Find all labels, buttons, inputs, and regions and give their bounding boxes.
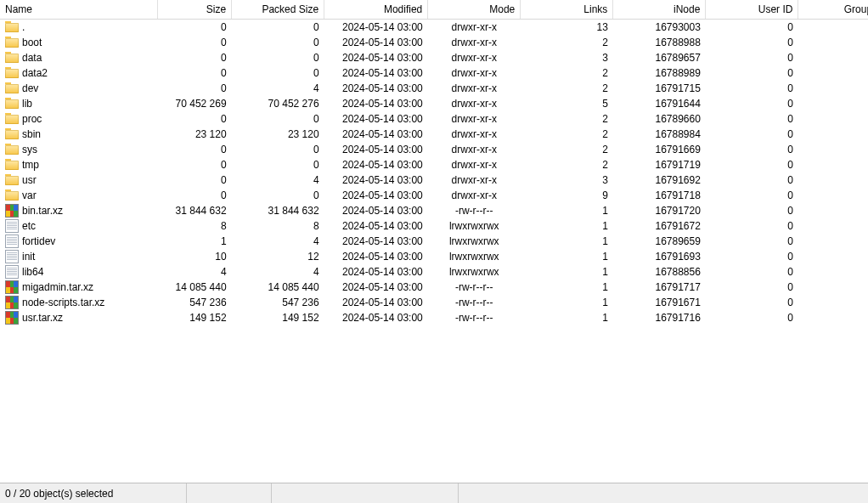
cell-mode: drwxr-xr-x	[428, 81, 521, 96]
table-row[interactable]: var002024-05-14 03:00drwxr-xr-x916791718…	[0, 188, 868, 203]
col-header-packed[interactable]: Packed Size	[232, 0, 324, 19]
table-row[interactable]: data002024-05-14 03:00drwxr-xr-x31678965…	[0, 50, 868, 65]
table-row[interactable]: sys002024-05-14 03:00drwxr-xr-x216791669…	[0, 142, 868, 157]
table-row[interactable]: usr.tar.xz149 152149 1522024-05-14 03:00…	[0, 310, 868, 325]
file-name: migadmin.tar.xz	[22, 281, 93, 293]
cell-size: 0	[157, 35, 231, 50]
col-header-uid[interactable]: User ID	[706, 0, 798, 19]
cell-mode: drwxr-xr-x	[428, 19, 521, 35]
cell-gid: 0	[798, 280, 868, 295]
status-cell-3	[272, 483, 459, 503]
cell-mod: 2024-05-14 03:00	[324, 96, 428, 111]
table-row[interactable]: bin.tar.xz31 844 63231 844 6322024-05-14…	[0, 203, 868, 218]
col-header-modified[interactable]: Modified	[324, 0, 428, 19]
cell-packed: 4	[232, 264, 324, 280]
cell-uid: 0	[706, 295, 798, 310]
folder-icon	[5, 36, 19, 49]
cell-packed: 0	[232, 65, 324, 81]
cell-inode: 16788988	[613, 35, 706, 50]
cell-packed: 547 236	[232, 295, 324, 310]
cell-size: 0	[157, 142, 231, 157]
cell-gid: 0	[798, 111, 868, 127]
file-name: var	[22, 189, 37, 201]
cell-size: 1	[157, 234, 231, 249]
table-row[interactable]: sbin23 12023 1202024-05-14 03:00drwxr-xr…	[0, 127, 868, 142]
col-header-mode[interactable]: Mode	[428, 0, 521, 19]
cell-links: 5	[521, 96, 613, 111]
cell-gid: 0	[798, 96, 868, 111]
table-row[interactable]: .002024-05-14 03:00drwxr-xr-x13167930030…	[0, 19, 868, 35]
cell-packed: 8	[232, 218, 324, 234]
cell-inode: 16788856	[613, 264, 706, 280]
cell-uid: 0	[706, 142, 798, 157]
table-row[interactable]: etc882024-05-14 03:00lrwxrwxrwx116791672…	[0, 218, 868, 234]
cell-links: 2	[521, 81, 613, 96]
cell-mod: 2024-05-14 03:00	[324, 188, 428, 203]
cell-mod: 2024-05-14 03:00	[324, 142, 428, 157]
folder-icon	[5, 143, 19, 156]
table-row[interactable]: usr042024-05-14 03:00drwxr-xr-x316791692…	[0, 172, 868, 188]
file-name: proc	[22, 113, 42, 125]
cell-mod: 2024-05-14 03:00	[324, 295, 428, 310]
cell-mod: 2024-05-14 03:00	[324, 218, 428, 234]
folder-icon	[5, 51, 19, 65]
col-header-gid[interactable]: Group ID	[798, 0, 868, 19]
table-row[interactable]: lib64442024-05-14 03:00lrwxrwxrwx1167888…	[0, 264, 868, 280]
table-row[interactable]: proc002024-05-14 03:00drwxr-xr-x21678966…	[0, 111, 868, 127]
cell-gid: 0	[798, 188, 868, 203]
cell-size: 547 236	[157, 295, 231, 310]
cell-packed: 0	[232, 35, 324, 50]
table-row[interactable]: dev042024-05-14 03:00drwxr-xr-x216791715…	[0, 81, 868, 96]
cell-mod: 2024-05-14 03:00	[324, 50, 428, 65]
table-row[interactable]: tmp002024-05-14 03:00drwxr-xr-x216791719…	[0, 157, 868, 172]
col-header-links[interactable]: Links	[521, 0, 613, 19]
table-row[interactable]: data2002024-05-14 03:00drwxr-xr-x2167889…	[0, 65, 868, 81]
folder-icon	[5, 158, 19, 172]
file-icon	[5, 265, 19, 279]
table-row[interactable]: migadmin.tar.xz14 085 44014 085 4402024-…	[0, 280, 868, 295]
cell-inode: 16789660	[613, 111, 706, 127]
table-row[interactable]: init10122024-05-14 03:00lrwxrwxrwx116791…	[0, 249, 868, 264]
cell-packed: 149 152	[232, 310, 324, 325]
cell-mod: 2024-05-14 03:00	[324, 280, 428, 295]
table-row[interactable]: node-scripts.tar.xz547 236547 2362024-05…	[0, 295, 868, 310]
cell-gid: 0	[798, 172, 868, 188]
cell-packed: 4	[232, 81, 324, 96]
cell-inode: 16789659	[613, 234, 706, 249]
cell-links: 2	[521, 127, 613, 142]
cell-size: 0	[157, 157, 231, 172]
cell-mode: -rw-r--r--	[428, 295, 521, 310]
file-name: init	[22, 251, 35, 263]
file-list-scroll[interactable]: Name Size Packed Size Modified Mode Link…	[0, 0, 868, 483]
cell-size: 8	[157, 218, 231, 234]
table-row[interactable]: fortidev142024-05-14 03:00lrwxrwxrwx1167…	[0, 234, 868, 249]
cell-inode: 16791717	[613, 280, 706, 295]
file-name: lib64	[22, 266, 43, 278]
table-row[interactable]: boot002024-05-14 03:00drwxr-xr-x21678898…	[0, 35, 868, 50]
cell-mod: 2024-05-14 03:00	[324, 111, 428, 127]
cell-uid: 0	[706, 96, 798, 111]
archive-icon	[5, 280, 19, 294]
col-header-inode[interactable]: iNode	[613, 0, 706, 19]
cell-links: 1	[521, 203, 613, 218]
cell-uid: 0	[706, 264, 798, 280]
cell-mod: 2024-05-14 03:00	[324, 234, 428, 249]
cell-size: 149 152	[157, 310, 231, 325]
table-row[interactable]: lib70 452 26970 452 2762024-05-14 03:00d…	[0, 96, 868, 111]
cell-packed: 12	[232, 249, 324, 264]
cell-links: 1	[521, 310, 613, 325]
cell-size: 23 120	[157, 127, 231, 142]
cell-inode: 16791644	[613, 96, 706, 111]
status-cell-2	[187, 483, 272, 503]
cell-size: 0	[157, 19, 231, 35]
cell-size: 0	[157, 188, 231, 203]
col-header-size[interactable]: Size	[157, 0, 231, 19]
cell-links: 2	[521, 142, 613, 157]
cell-packed: 0	[232, 19, 324, 35]
cell-mode: lrwxrwxrwx	[428, 249, 521, 264]
cell-gid: 0	[798, 142, 868, 157]
file-name: usr	[22, 174, 37, 186]
col-header-name[interactable]: Name	[0, 0, 157, 19]
cell-mod: 2024-05-14 03:00	[324, 172, 428, 188]
file-name: tmp	[22, 159, 39, 171]
